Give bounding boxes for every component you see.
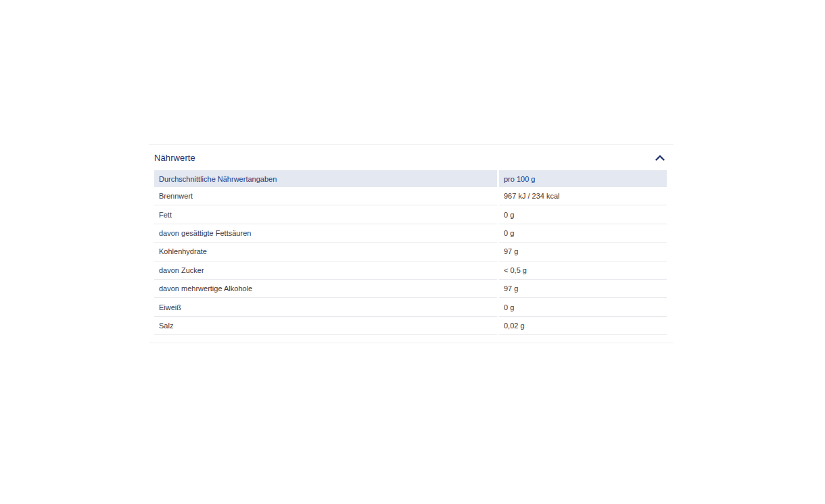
section-divider: [149, 343, 674, 343]
row-value: 967 kJ / 234 kcal: [499, 187, 667, 205]
table-header-value: pro 100 g: [499, 170, 667, 187]
table-row: davon mehrwertige Alkohole 97 g: [154, 280, 667, 298]
table-row: Brennwert 967 kJ / 234 kcal: [154, 187, 667, 205]
row-label: Eiweiß: [154, 298, 497, 316]
page: Nährwerte Durchschnittliche Nährwertanga…: [0, 0, 825, 504]
row-label: davon mehrwertige Alkohole: [154, 280, 497, 298]
table-row: Eiweiß 0 g: [154, 298, 667, 316]
row-label: Brennwert: [154, 187, 497, 205]
nutrition-panel: Nährwerte Durchschnittliche Nährwertanga…: [149, 144, 674, 343]
row-value: 0,02 g: [499, 317, 667, 335]
table-row: Fett 0 g: [154, 205, 667, 224]
row-value: 0 g: [499, 224, 667, 243]
chevron-up-icon[interactable]: [655, 155, 665, 161]
row-label: davon Zucker: [154, 261, 497, 280]
row-label: davon gesättigte Fettsäuren: [154, 224, 497, 243]
panel-title: Nährwerte: [154, 153, 195, 163]
nutrition-accordion-header[interactable]: Nährwerte: [149, 144, 674, 170]
table-header-label: Durchschnittliche Nährwertangaben: [154, 170, 497, 187]
row-value: < 0,5 g: [499, 261, 667, 280]
table-header-row: Durchschnittliche Nährwertangaben pro 10…: [154, 170, 667, 187]
table-row: Kohlenhydrate 97 g: [154, 243, 667, 261]
row-value: 0 g: [499, 298, 667, 316]
row-label: Fett: [154, 205, 497, 224]
row-label: Kohlenhydrate: [154, 243, 497, 261]
nutrition-table: Durchschnittliche Nährwertangaben pro 10…: [154, 170, 667, 335]
table-row: davon Zucker < 0,5 g: [154, 261, 667, 280]
table-row: davon gesättigte Fettsäuren 0 g: [154, 224, 667, 243]
table-row: Salz 0,02 g: [154, 317, 667, 335]
row-value: 97 g: [499, 243, 667, 261]
row-value: 97 g: [499, 280, 667, 298]
row-value: 0 g: [499, 205, 667, 224]
row-label: Salz: [154, 317, 497, 335]
